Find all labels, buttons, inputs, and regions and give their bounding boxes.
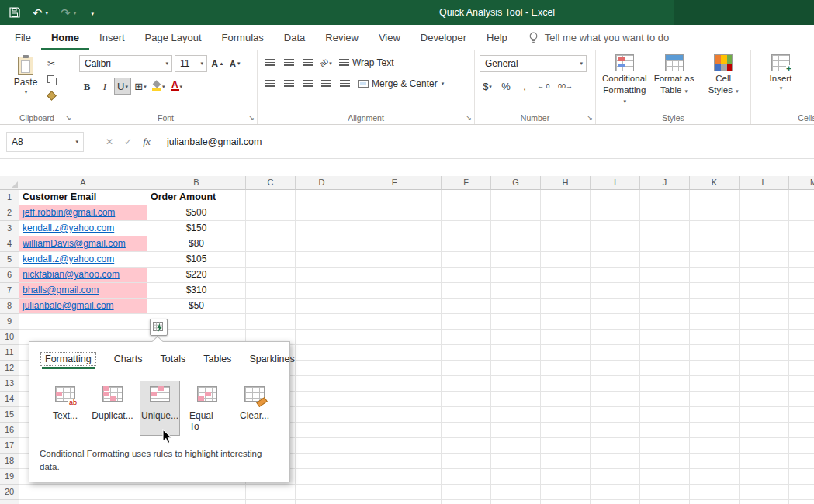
number-format-select[interactable]: General▾: [480, 55, 587, 72]
cell-F20[interactable]: [442, 485, 491, 500]
cell-G4[interactable]: [491, 236, 541, 252]
cell-C4[interactable]: [246, 236, 296, 252]
cell-A21[interactable]: [19, 500, 147, 504]
cell-C2[interactable]: [246, 205, 296, 221]
cell-F2[interactable]: [442, 205, 491, 221]
cell-G19[interactable]: [491, 469, 541, 485]
cell-B5[interactable]: $105: [147, 252, 246, 268]
cell-K9[interactable]: [690, 314, 740, 330]
cell-M11[interactable]: [789, 345, 814, 361]
cell-C1[interactable]: [246, 190, 296, 205]
cell-D6[interactable]: [296, 268, 348, 283]
cell-F15[interactable]: [442, 407, 491, 423]
format-painter-button[interactable]: [43, 89, 59, 102]
cell-I17[interactable]: [591, 438, 640, 454]
cell-D16[interactable]: [296, 423, 348, 438]
cell-M12[interactable]: [789, 361, 814, 376]
cell-K14[interactable]: [690, 392, 740, 407]
cell-G7[interactable]: [491, 283, 541, 299]
cell-F19[interactable]: [442, 469, 491, 485]
row-header-15[interactable]: 15: [0, 407, 19, 423]
cell-J6[interactable]: [640, 268, 690, 283]
cell-C8[interactable]: [246, 299, 296, 314]
italic-button[interactable]: I: [97, 78, 113, 94]
column-header-I[interactable]: I: [591, 176, 640, 190]
increase-font-size-button[interactable]: A▲: [210, 56, 225, 71]
cell-L21[interactable]: [740, 500, 789, 504]
column-header-J[interactable]: J: [640, 176, 690, 190]
cell-G17[interactable]: [491, 438, 541, 454]
chevron-down-icon[interactable]: ▾: [46, 10, 49, 16]
cell-C5[interactable]: [246, 252, 296, 268]
cell-G10[interactable]: [491, 330, 541, 345]
cell-D9[interactable]: [296, 314, 348, 330]
cell-L4[interactable]: [740, 236, 789, 252]
cell-M9[interactable]: [789, 314, 814, 330]
cell-A5[interactable]: kendall.z@yahoo.com: [19, 252, 147, 268]
cell-H9[interactable]: [541, 314, 591, 330]
cell-D18[interactable]: [296, 454, 348, 469]
cell-H17[interactable]: [541, 438, 591, 454]
cell-G21[interactable]: [491, 500, 541, 504]
qa-option-equal-to[interactable]: Equal To: [187, 381, 227, 436]
paste-button[interactable]: Paste ▾: [9, 55, 42, 95]
cell-C6[interactable]: [246, 268, 296, 283]
cell-H19[interactable]: [541, 469, 591, 485]
cell-H12[interactable]: [541, 361, 591, 376]
cell-G2[interactable]: [491, 205, 541, 221]
save-button[interactable]: [9, 7, 20, 18]
orientation-button[interactable]: ab▾: [318, 55, 334, 71]
cell-F6[interactable]: [442, 268, 491, 283]
column-header-D[interactable]: D: [296, 176, 348, 190]
cell-C21[interactable]: [246, 500, 296, 504]
cell-B8[interactable]: $50: [147, 299, 246, 314]
cell-F8[interactable]: [442, 299, 491, 314]
cut-button[interactable]: ✂: [43, 57, 59, 70]
cell-G3[interactable]: [491, 221, 541, 236]
cell-C7[interactable]: [246, 283, 296, 299]
font-color-button[interactable]: A▾: [169, 78, 185, 94]
quick-analysis-button[interactable]: [150, 319, 168, 336]
qa-option-unique[interactable]: Unique...: [140, 381, 180, 436]
cell-M6[interactable]: [789, 268, 814, 283]
cell-J17[interactable]: [640, 438, 690, 454]
cell-L13[interactable]: [740, 376, 789, 392]
cell-E6[interactable]: [348, 268, 442, 283]
cell-styles-button[interactable]: Cell Styles ▾: [699, 54, 747, 110]
cell-F17[interactable]: [442, 438, 491, 454]
cell-J3[interactable]: [640, 221, 690, 236]
cell-K15[interactable]: [690, 407, 740, 423]
cell-D14[interactable]: [296, 392, 348, 407]
cell-L5[interactable]: [740, 252, 789, 268]
cell-E3[interactable]: [348, 221, 442, 236]
row-header-12[interactable]: 12: [0, 361, 19, 376]
cell-E1[interactable]: [348, 190, 442, 205]
cell-M1[interactable]: [789, 190, 814, 205]
qa-option-text[interactable]: abText...: [45, 381, 85, 436]
cell-I12[interactable]: [591, 361, 640, 376]
delete-cells-button[interactable]: ✕ Delete ▾: [810, 54, 814, 110]
column-header-B[interactable]: B: [147, 176, 246, 190]
cell-M2[interactable]: [789, 205, 814, 221]
cell-H5[interactable]: [541, 252, 591, 268]
cell-E7[interactable]: [348, 283, 442, 299]
cell-H20[interactable]: [541, 485, 591, 500]
cell-E12[interactable]: [348, 361, 442, 376]
cell-I15[interactable]: [591, 407, 640, 423]
column-header-H[interactable]: H: [541, 176, 591, 190]
cell-E9[interactable]: [348, 314, 442, 330]
cell-L18[interactable]: [740, 454, 789, 469]
cell-K19[interactable]: [690, 469, 740, 485]
cell-H21[interactable]: [541, 500, 591, 504]
cell-K13[interactable]: [690, 376, 740, 392]
cell-D19[interactable]: [296, 469, 348, 485]
select-all-corner[interactable]: [0, 176, 19, 190]
cell-J15[interactable]: [640, 407, 690, 423]
wrap-text-button[interactable]: Wrap Text: [337, 55, 397, 71]
cell-J16[interactable]: [640, 423, 690, 438]
percent-style-button[interactable]: %: [498, 78, 514, 94]
cell-D4[interactable]: [296, 236, 348, 252]
row-header-9[interactable]: 9: [0, 314, 19, 330]
tab-file[interactable]: File: [5, 25, 41, 50]
cell-L12[interactable]: [740, 361, 789, 376]
